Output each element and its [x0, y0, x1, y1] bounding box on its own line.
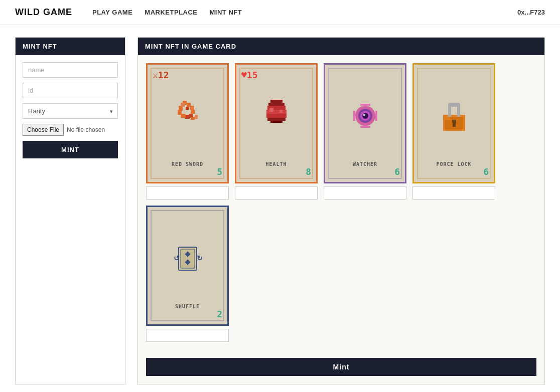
left-panel-header: MINT NFT	[16, 38, 125, 55]
mint-button[interactable]: MINT	[23, 141, 118, 158]
choose-file-button[interactable]: Choose File	[23, 124, 64, 136]
left-panel-body: Rarity Common Uncommon Rare Epic Legenda…	[16, 55, 125, 165]
card-input-force-lock[interactable]	[412, 186, 495, 200]
file-input-wrapper: Choose File No file chosen	[23, 124, 118, 136]
card-wrapper-watcher: WATCHER 6	[324, 63, 406, 200]
right-mint-button[interactable]: Mint	[146, 358, 536, 376]
card-wrapper-red-sword: ⚔12	[146, 63, 229, 200]
card-number-watcher: 6	[394, 166, 400, 177]
right-panel: MINT NFT IN GAME CARD ⚔12	[137, 37, 545, 384]
nav-marketplace[interactable]: MARKETPLACE	[145, 9, 197, 16]
card-input-watcher[interactable]	[324, 186, 406, 200]
cards-grid: ⚔12	[146, 63, 536, 342]
left-panel-title: MINT NFT	[23, 43, 57, 50]
card-input-red-sword[interactable]	[146, 186, 229, 200]
card-name-red-sword: RED SWORD	[148, 161, 227, 167]
card-name-health: HEALTH	[236, 161, 316, 167]
rarity-dropdown-wrapper: Rarity Common Uncommon Rare Epic Legenda…	[23, 103, 118, 119]
header: WILD GAME PLAY GAME MARKETPLACE MINT NFT…	[0, 0, 560, 25]
right-panel-body: ⚔12	[138, 55, 544, 384]
card-wrapper-shuffle: ↺ ↻ SHUFFLE 2	[146, 206, 229, 342]
nav-mint-nft[interactable]: MINT NFT	[210, 9, 242, 16]
card-name-force-lock: FORCE LOCK	[414, 161, 494, 167]
card-number-shuffle: 2	[217, 309, 222, 319]
card-stat-attack: ⚔12	[153, 70, 169, 80]
card-force-lock[interactable]: FORCE LOCK 6	[412, 63, 495, 183]
card-watcher[interactable]: WATCHER 6	[324, 63, 406, 183]
card-number-force-lock: 6	[483, 166, 489, 177]
card-input-health[interactable]	[235, 186, 318, 200]
card-name-watcher: WATCHER	[325, 161, 405, 167]
left-panel: MINT NFT Rarity Common Uncommon Rare Epi…	[15, 37, 125, 384]
card-red-sword[interactable]: ⚔12	[146, 63, 229, 183]
card-wrapper-force-lock: FORCE LOCK 6	[412, 63, 495, 200]
name-input[interactable]	[23, 62, 118, 78]
card-input-shuffle[interactable]	[146, 329, 229, 342]
right-panel-header: MINT NFT IN GAME CARD	[138, 38, 544, 55]
nav-play-game[interactable]: PLAY GAME	[92, 9, 132, 16]
wallet-address: 0x...F723	[517, 9, 545, 16]
card-health[interactable]: ♥15	[235, 63, 318, 183]
card-shuffle[interactable]: ↺ ↻ SHUFFLE 2	[146, 206, 229, 326]
card-number-red-sword: 5	[217, 166, 222, 177]
right-panel-title: MINT NFT IN GAME CARD	[145, 43, 236, 50]
card-name-shuffle: SHUFFLE	[148, 304, 227, 309]
main-content: MINT NFT Rarity Common Uncommon Rare Epi…	[0, 25, 560, 392]
card-number-health: 8	[306, 166, 311, 177]
logo: WILD GAME	[15, 7, 72, 18]
main-nav: PLAY GAME MARKETPLACE MINT NFT	[92, 9, 502, 16]
rarity-select[interactable]: Rarity Common Uncommon Rare Epic Legenda…	[23, 103, 118, 119]
card-wrapper-health: ♥15	[235, 63, 318, 200]
file-no-chosen-text: No file chosen	[67, 126, 105, 133]
id-input[interactable]	[23, 83, 118, 98]
card-stat-health: ♥15	[241, 70, 258, 80]
